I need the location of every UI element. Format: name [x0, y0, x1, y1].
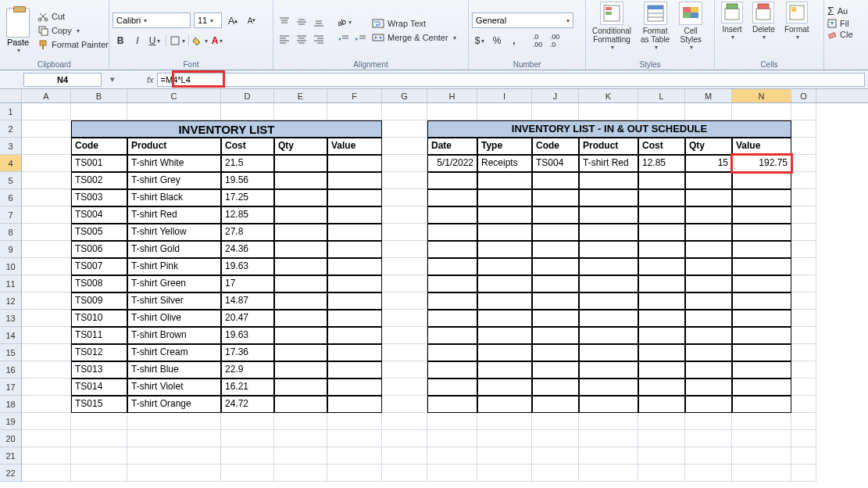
- cell-B21[interactable]: [71, 447, 127, 465]
- cell-E12[interactable]: [274, 292, 327, 310]
- cell-E1[interactable]: [274, 103, 327, 120]
- column-header-A[interactable]: A: [22, 89, 71, 102]
- cell-A4[interactable]: [22, 155, 71, 172]
- cell-D18[interactable]: 24.72: [221, 396, 274, 413]
- cell-A12[interactable]: [22, 292, 71, 310]
- wrap-text-button[interactable]: Wrap Text: [372, 18, 456, 29]
- cell-G16[interactable]: [382, 361, 427, 379]
- cell-L11[interactable]: [638, 275, 685, 292]
- cell-G9[interactable]: [382, 241, 427, 258]
- format-cells-button[interactable]: Format▾: [781, 2, 813, 41]
- cell-N21[interactable]: [732, 447, 791, 465]
- row-header-5[interactable]: 5: [0, 172, 22, 189]
- cell-J18[interactable]: [532, 396, 579, 413]
- cell-E18[interactable]: [274, 396, 327, 413]
- cell-M4[interactable]: 15: [685, 155, 732, 172]
- column-header-E[interactable]: E: [274, 89, 327, 102]
- cell-I22[interactable]: [477, 465, 532, 482]
- paste-button[interactable]: Paste ▾: [3, 2, 33, 59]
- row-header-16[interactable]: 16: [0, 361, 22, 379]
- column-header-K[interactable]: K: [579, 89, 638, 102]
- font-name-combobox[interactable]: Calibri▾: [113, 13, 191, 28]
- cell-E10[interactable]: [274, 258, 327, 275]
- cell-A11[interactable]: [22, 275, 71, 292]
- row-header-6[interactable]: 6: [0, 189, 22, 206]
- cell-O13[interactable]: [791, 310, 816, 327]
- row-header-2[interactable]: 2: [0, 120, 22, 138]
- cell-J19[interactable]: [532, 413, 579, 430]
- cell-styles-button[interactable]: Cell Styles▾: [676, 2, 705, 51]
- cell-K3[interactable]: Product: [579, 138, 638, 155]
- cell-F13[interactable]: [327, 310, 382, 327]
- cell-G4[interactable]: [382, 155, 427, 172]
- cell-B17[interactable]: TS014: [71, 379, 127, 396]
- row-header-11[interactable]: 11: [0, 275, 22, 292]
- increase-font-button[interactable]: A▴: [225, 13, 241, 28]
- cell-H21[interactable]: [427, 447, 477, 465]
- cell-F3[interactable]: Value: [327, 138, 382, 155]
- cell-I19[interactable]: [477, 413, 532, 430]
- cell-F18[interactable]: [327, 396, 382, 413]
- cell-F15[interactable]: [327, 344, 382, 361]
- cell-M6[interactable]: [685, 189, 732, 206]
- cell-A6[interactable]: [22, 189, 71, 206]
- underline-button[interactable]: U▾: [147, 33, 163, 48]
- cell-J5[interactable]: [532, 172, 579, 189]
- cell-O19[interactable]: [791, 413, 816, 430]
- cell-I11[interactable]: [477, 275, 532, 292]
- cell-K10[interactable]: [579, 258, 638, 275]
- cell-H12[interactable]: [427, 292, 477, 310]
- cell-A22[interactable]: [22, 465, 71, 482]
- cell-H22[interactable]: [427, 465, 477, 482]
- cell-B1[interactable]: [71, 103, 127, 120]
- cell-J22[interactable]: [532, 465, 579, 482]
- cell-H6[interactable]: [427, 189, 477, 206]
- cell-A14[interactable]: [22, 327, 71, 344]
- cell-C16[interactable]: T-shirt Blue: [127, 361, 221, 379]
- cell-B2[interactable]: INVENTORY LIST: [71, 120, 382, 138]
- cell-O8[interactable]: [791, 224, 816, 241]
- column-header-H[interactable]: H: [427, 89, 477, 102]
- cell-E6[interactable]: [274, 189, 327, 206]
- cell-L9[interactable]: [638, 241, 685, 258]
- font-color-button[interactable]: A▾: [209, 33, 225, 48]
- cell-O20[interactable]: [791, 430, 816, 447]
- cell-G18[interactable]: [382, 396, 427, 413]
- cell-C11[interactable]: T-shirt Green: [127, 275, 221, 292]
- cell-G12[interactable]: [382, 292, 427, 310]
- format-painter-button[interactable]: Format Painter: [36, 38, 110, 51]
- cell-D19[interactable]: [221, 413, 274, 430]
- cell-A19[interactable]: [22, 413, 71, 430]
- cell-O12[interactable]: [791, 292, 816, 310]
- cell-K6[interactable]: [579, 189, 638, 206]
- cell-B10[interactable]: TS007: [71, 258, 127, 275]
- cell-C17[interactable]: T-shirt Violet: [127, 379, 221, 396]
- copy-button[interactable]: Copy▾: [36, 24, 110, 37]
- row-header-3[interactable]: 3: [0, 138, 22, 155]
- cell-J20[interactable]: [532, 430, 579, 447]
- cell-A10[interactable]: [22, 258, 71, 275]
- align-left-button[interactable]: [277, 32, 292, 46]
- cell-M19[interactable]: [685, 413, 732, 430]
- cell-B15[interactable]: TS012: [71, 344, 127, 361]
- cell-M18[interactable]: [685, 396, 732, 413]
- merge-center-button[interactable]: Merge & Center▾: [372, 32, 456, 43]
- cell-M10[interactable]: [685, 258, 732, 275]
- cell-E15[interactable]: [274, 344, 327, 361]
- cell-H10[interactable]: [427, 258, 477, 275]
- cell-H14[interactable]: [427, 327, 477, 344]
- cell-C10[interactable]: T-shirt Pink: [127, 258, 221, 275]
- cell-M11[interactable]: [685, 275, 732, 292]
- cell-J6[interactable]: [532, 189, 579, 206]
- percent-format-button[interactable]: %: [489, 33, 505, 48]
- cell-D10[interactable]: 19.63: [221, 258, 274, 275]
- cell-A16[interactable]: [22, 361, 71, 379]
- cell-E16[interactable]: [274, 361, 327, 379]
- row-header-19[interactable]: 19: [0, 413, 22, 430]
- cell-B5[interactable]: TS002: [71, 172, 127, 189]
- row-header-9[interactable]: 9: [0, 241, 22, 258]
- cell-C7[interactable]: T-shirt Red: [127, 206, 221, 224]
- italic-button[interactable]: I: [130, 33, 145, 48]
- column-header-F[interactable]: F: [327, 89, 382, 102]
- cell-I15[interactable]: [477, 344, 532, 361]
